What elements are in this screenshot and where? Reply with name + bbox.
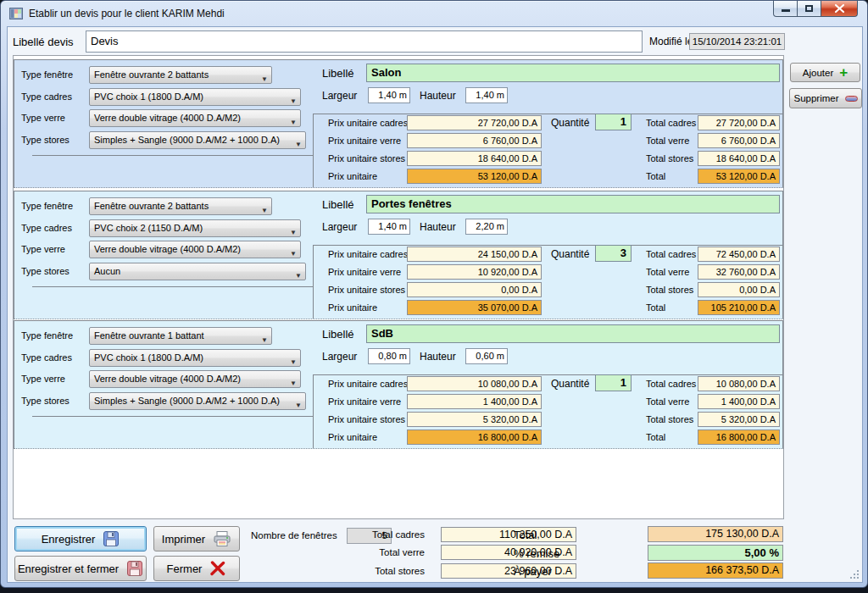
pu-total-value: 35 070,00 D.A xyxy=(407,300,542,315)
total-verre-value: 32 760,00 D.A xyxy=(698,264,780,280)
hauteur-input[interactable]: 2,20 m xyxy=(465,219,508,235)
pu-stores-label: Prix unitaire stores xyxy=(328,414,405,424)
type-cadres-label: Type cadres xyxy=(21,223,72,233)
delete-button[interactable]: Supprimer xyxy=(789,88,862,108)
total-stores-value: 5 320,00 D.A xyxy=(698,412,780,427)
close-form-button-label: Fermer xyxy=(167,563,203,575)
type-stores-select[interactable]: Aucun▼ xyxy=(89,263,306,280)
type-stores-select[interactable]: Simples + Sangle (9000 D.A/M2 + 1000 D.A… xyxy=(89,131,306,149)
type-fenetre-label: Type fenêtre xyxy=(21,69,73,80)
type-verre-select[interactable]: Verre double vitrage (4000 D.A/M2)▼ xyxy=(89,109,301,127)
hauteur-label: Hauteur xyxy=(420,221,456,233)
grand-total-value: 175 130,00 D.A xyxy=(648,526,783,542)
total-value: 105 210,00 D.A xyxy=(698,300,780,315)
quantite-input[interactable]: 3 xyxy=(595,245,632,262)
modified-label: Modifié le xyxy=(649,36,693,47)
quantite-input[interactable]: 1 xyxy=(595,114,632,130)
maximize-button[interactable] xyxy=(798,1,821,17)
type-fenetre-value: Fenêtre ouvrante 2 battants xyxy=(94,69,209,80)
hauteur-input[interactable]: 1,40 m xyxy=(465,87,508,103)
title-bar[interactable]: Etablir un devis pour le client KARIM Me… xyxy=(1,1,867,26)
pu-verre-value: 6 760,00 D.A xyxy=(407,133,542,148)
pu-verre-label: Prix unitaire verre xyxy=(328,396,401,407)
close-icon xyxy=(821,1,858,17)
type-cadres-value: PVC choix 2 (1150 D.A/M) xyxy=(94,223,203,233)
app-icon xyxy=(9,7,23,20)
largeur-input[interactable]: 0,80 m xyxy=(368,348,410,364)
save-close-floppy-icon xyxy=(126,560,143,577)
type-stores-label: Type stores xyxy=(21,135,70,145)
total-value: 16 800,00 D.A xyxy=(698,430,780,445)
close-button[interactable] xyxy=(821,1,858,17)
total-value: 53 120,00 D.A xyxy=(698,169,780,184)
pu-total-value: 16 800,00 D.A xyxy=(407,430,542,445)
chevron-down-icon: ▼ xyxy=(290,114,297,127)
close-form-button[interactable]: Fermer xyxy=(153,556,240,581)
pu-verre-label: Prix unitaire verre xyxy=(328,267,401,277)
pu-stores-value: 5 320,00 D.A xyxy=(407,412,542,427)
pu-cadres-label: Prix unitaire cadres xyxy=(328,118,408,128)
footer-total-stores-value: 23 960,00 D.A xyxy=(441,563,576,579)
groupbox-divider xyxy=(32,155,313,156)
devis-input[interactable]: Devis xyxy=(86,30,643,53)
sections-panel: Type fenêtre Fenêtre ouvrante 2 battants… xyxy=(13,55,784,519)
type-fenetre-select[interactable]: Fenêtre ouvrante 2 battants▼ xyxy=(89,197,272,215)
dialog-window: Etablir un devis pour le client KARIM Me… xyxy=(0,0,868,588)
pu-cadres-label: Prix unitaire cadres xyxy=(328,379,408,389)
quote-line-section-salon: Type fenêtre Fenêtre ouvrante 2 battants… xyxy=(14,59,783,188)
save-button-label: Enregistrer xyxy=(42,533,96,546)
quantite-label: Quantité xyxy=(551,248,589,260)
type-cadres-value: PVC choix 1 (1800 D.A/M) xyxy=(94,91,203,102)
total-stores-label: Total stores xyxy=(646,414,693,424)
type-stores-value: Simples + Sangle (9000 D.A/M2 + 1000 D.A… xyxy=(94,135,280,145)
add-button[interactable]: Ajouter + xyxy=(790,63,860,82)
type-verre-select[interactable]: Verre double vitrage (4000 D.A/M2)▼ xyxy=(89,241,301,258)
total-verre-value: 6 760,00 D.A xyxy=(698,133,780,148)
largeur-input[interactable]: 1,40 m xyxy=(368,219,410,235)
libelle-input[interactable]: SdB xyxy=(366,324,780,343)
libelle-label: Libellé xyxy=(322,328,354,341)
type-verre-value: Verre double vitrage (4000 D.A/M2) xyxy=(94,113,241,123)
save-and-close-button[interactable]: Enregistrer et fermer xyxy=(14,556,147,581)
largeur-input[interactable]: 1,40 m xyxy=(368,87,410,103)
print-button-label: Imprimer xyxy=(162,533,205,546)
window-title: Etablir un devis pour le client KARIM Me… xyxy=(29,8,225,19)
chevron-down-icon: ▼ xyxy=(261,332,268,345)
type-fenetre-value: Fenêtre ouvrante 1 battant xyxy=(94,330,204,341)
pu-total-value: 53 120,00 D.A xyxy=(407,169,542,184)
remise-label: % remise xyxy=(514,547,559,560)
footer-total-cadres-label: Total cadres xyxy=(279,529,425,540)
type-verre-value: Verre double vitrage (4000 D.A/M2) xyxy=(94,374,241,384)
total-stores-value: 0,00 D.A xyxy=(698,282,780,297)
footer-total-stores-label: Total stores xyxy=(279,566,425,576)
type-verre-select[interactable]: Verre double vitrage (4000 D.A/M2)▼ xyxy=(89,370,301,388)
type-cadres-select[interactable]: PVC choix 1 (1800 D.A/M)▼ xyxy=(89,349,301,367)
type-stores-label: Type stores xyxy=(21,266,70,276)
type-stores-select[interactable]: Simples + Sangle (9000 D.A/M2 + 1000 D.A… xyxy=(89,392,306,410)
grand-total-label: Total xyxy=(514,529,537,541)
total-cadres-value: 27 720,00 D.A xyxy=(698,115,780,130)
chevron-down-icon: ▼ xyxy=(290,354,297,367)
save-button[interactable]: Enregistrer xyxy=(14,526,147,551)
remise-input[interactable]: 5,00 % xyxy=(648,545,783,561)
type-fenetre-select[interactable]: Fenêtre ouvrante 1 battant▼ xyxy=(89,327,272,345)
print-button[interactable]: Imprimer xyxy=(153,526,240,551)
pu-cadres-label: Prix unitaire cadres xyxy=(328,249,408,259)
type-stores-value: Aucun xyxy=(94,266,120,276)
minimize-button[interactable] xyxy=(773,1,798,17)
libelle-input[interactable]: Salon xyxy=(366,64,780,82)
type-cadres-select[interactable]: PVC choix 1 (1800 D.A/M)▼ xyxy=(89,88,301,106)
chevron-down-icon: ▼ xyxy=(290,375,297,388)
chevron-down-icon: ▼ xyxy=(290,246,297,258)
minimize-icon xyxy=(782,9,790,12)
libelle-input[interactable]: Portes fenêtres xyxy=(366,195,780,213)
hauteur-input[interactable]: 0,60 m xyxy=(465,348,508,364)
a-payer-value: 166 373,50 D.A xyxy=(648,563,783,579)
libelle-label: Libellé xyxy=(322,67,354,80)
total-cadres-value: 72 450,00 D.A xyxy=(698,247,780,262)
resize-grip[interactable] xyxy=(849,569,860,579)
footer-total-verre-label: Total verre xyxy=(279,547,425,557)
quantite-input[interactable]: 1 xyxy=(595,374,632,391)
type-cadres-select[interactable]: PVC choix 2 (1150 D.A/M)▼ xyxy=(89,219,301,237)
type-fenetre-select[interactable]: Fenêtre ouvrante 2 battants▼ xyxy=(89,66,272,84)
